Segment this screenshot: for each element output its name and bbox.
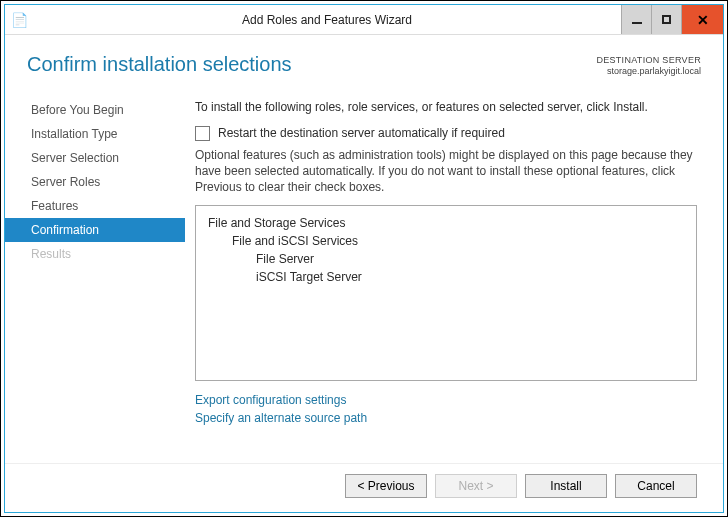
selection-item: iSCSI Target Server — [202, 268, 690, 286]
nav-server-roles[interactable]: Server Roles — [5, 170, 185, 194]
cancel-button[interactable]: Cancel — [615, 474, 697, 498]
nav-confirmation[interactable]: Confirmation — [5, 218, 185, 242]
destination-name: storage.parlakyigit.local — [596, 66, 701, 77]
previous-button[interactable]: < Previous — [345, 474, 427, 498]
restart-checkbox[interactable] — [195, 126, 210, 141]
next-button: Next > — [435, 474, 517, 498]
wizard-nav: Before You Begin Installation Type Serve… — [5, 90, 185, 464]
nav-installation-type[interactable]: Installation Type — [5, 122, 185, 146]
page-title: Confirm installation selections — [27, 53, 292, 76]
nav-features[interactable]: Features — [5, 194, 185, 218]
window-title: Add Roles and Features Wizard — [242, 13, 412, 27]
selection-item: File and iSCSI Services — [202, 232, 690, 250]
selections-list: File and Storage Services File and iSCSI… — [195, 205, 697, 381]
restart-checkbox-label: Restart the destination server automatic… — [218, 126, 505, 140]
alternate-source-link[interactable]: Specify an alternate source path — [195, 409, 697, 427]
nav-before-you-begin[interactable]: Before You Begin — [5, 98, 185, 122]
destination-server-info: DESTINATION SERVER storage.parlakyigit.l… — [596, 55, 701, 78]
export-settings-link[interactable]: Export configuration settings — [195, 391, 697, 409]
nav-server-selection[interactable]: Server Selection — [5, 146, 185, 170]
install-button[interactable]: Install — [525, 474, 607, 498]
nav-results: Results — [5, 242, 185, 266]
instruction-text: To install the following roles, role ser… — [195, 100, 697, 114]
selection-item: File Server — [202, 250, 690, 268]
window-icon: 📄 — [5, 5, 33, 34]
close-button[interactable]: ✕ — [681, 5, 723, 34]
title-bar: 📄 Add Roles and Features Wizard ✕ — [5, 5, 723, 35]
maximize-button[interactable] — [651, 5, 681, 34]
optional-features-note: Optional features (such as administratio… — [195, 147, 697, 196]
destination-label: DESTINATION SERVER — [596, 55, 701, 66]
selection-item: File and Storage Services — [202, 214, 690, 232]
minimize-button[interactable] — [621, 5, 651, 34]
